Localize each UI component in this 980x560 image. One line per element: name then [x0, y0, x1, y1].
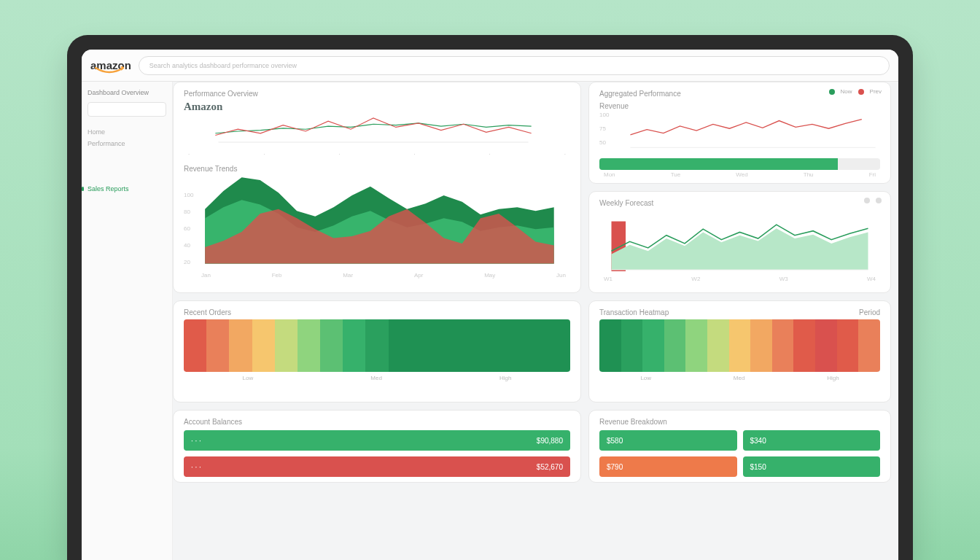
card-forecast: Weekly Forecast W1	[588, 191, 891, 293]
card-sub: Period	[859, 308, 880, 316]
card-sub: Revenue	[599, 102, 880, 110]
agg-x-ticks: Mon Tue Wed Thu Fri	[599, 170, 880, 179]
heat-left-labels: Low Med High	[184, 375, 570, 381]
area-chart	[197, 173, 576, 271]
card-heatmap-left: Recent Orders Low Med High	[173, 300, 581, 402]
line-chart-top	[184, 113, 563, 149]
card-title: Transaction Heatmap	[599, 308, 669, 316]
card-title: Recent Orders	[184, 308, 570, 316]
sidebar-item-home[interactable]: Home	[88, 128, 166, 136]
card-title: Weekly Forecast	[599, 199, 880, 207]
smile-arrow-icon	[95, 66, 124, 74]
sidebar-filter[interactable]	[88, 102, 166, 117]
search-placeholder: Search analytics dashboard performance o…	[149, 62, 297, 69]
sidebar-item-performance[interactable]: Performance	[88, 140, 166, 147]
balance-bar-2[interactable]: · · ·$52,670	[184, 456, 570, 477]
heat-right-labels: Low Med High	[599, 375, 880, 381]
right-column: Now Prev Aggregated Performance Revenue …	[588, 82, 891, 293]
search-input[interactable]: Search analytics dashboard performance o…	[139, 56, 890, 75]
agg-line-chart	[612, 110, 891, 151]
area-y-ticks: 100 80 60 40 20	[184, 192, 193, 265]
balance-bar-1[interactable]: · · ·$90,880	[184, 430, 570, 451]
progress-bar	[599, 158, 880, 170]
top-x-ticks: ······	[184, 149, 570, 159]
card-performance-overview: Performance Overview Amazon ······ Reven…	[173, 82, 581, 293]
card-heatmap-right: Transaction Heatmap Period Low Med High	[588, 300, 891, 402]
box-1[interactable]: $580	[599, 430, 737, 451]
legend-icons	[864, 198, 882, 203]
card-subtitle: Revenue Trends	[184, 165, 570, 173]
card-breakdown: Revenue Breakdown $580 $340 $790 $150	[588, 410, 891, 483]
card-title: Account Balances	[184, 418, 570, 426]
box-2[interactable]: $340	[743, 430, 881, 451]
box-4[interactable]: $150	[743, 456, 881, 477]
sidebar-title: Dashboard Overview	[88, 89, 166, 96]
heatmap-left	[184, 319, 570, 372]
footer-row: Account Balances · · ·$90,880 · · ·$52,6…	[173, 410, 891, 483]
card-title: Aggregated Performance	[599, 90, 880, 98]
box-3[interactable]: $790	[599, 456, 737, 477]
sidebar: Dashboard Overview Home Performance Sale…	[82, 82, 173, 560]
brand-logo[interactable]: amazon	[90, 59, 131, 71]
fc-x-ticks: W1 W2 W3 W4	[599, 274, 880, 284]
card-title: Revenue Breakdown	[599, 418, 880, 426]
area-x-ticks: Jan Feb Mar Apr May Jun	[184, 271, 570, 280]
heatmap-right	[599, 319, 880, 372]
top-bar: amazon Search analytics dashboard perfor…	[82, 50, 898, 82]
card-title: Performance Overview	[184, 90, 570, 98]
monitor-frame: amazon Search analytics dashboard perfor…	[67, 35, 913, 560]
forecast-chart	[599, 207, 880, 271]
sidebar-item-sales[interactable]: Sales Reports	[88, 185, 166, 192]
card-balances: Account Balances · · ·$90,880 · · ·$52,6…	[173, 410, 581, 483]
card-aggregated: Now Prev Aggregated Performance Revenue …	[588, 82, 891, 184]
main-grid: Performance Overview Amazon ······ Reven…	[173, 82, 898, 560]
screen: amazon Search analytics dashboard perfor…	[82, 50, 898, 560]
agg-y-ticks: 100 75 50	[599, 112, 609, 146]
card-heading: Amazon	[184, 101, 570, 113]
